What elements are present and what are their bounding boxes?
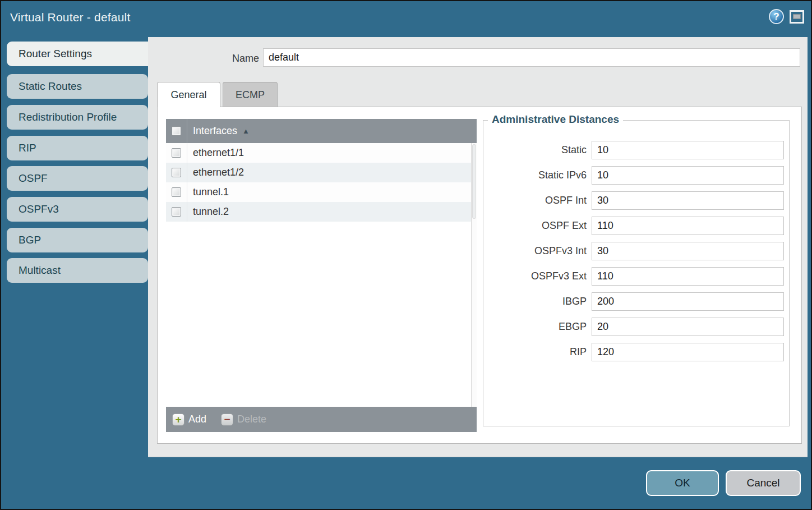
ospfv3-int-label: OSPFv3 Int bbox=[534, 245, 587, 257]
ok-button[interactable]: OK bbox=[646, 470, 719, 496]
static-ipv6-label: Static IPv6 bbox=[538, 169, 587, 181]
sidebar-item-multicast[interactable]: Multicast bbox=[7, 258, 148, 283]
name-input[interactable] bbox=[263, 48, 800, 67]
static-ipv6-input[interactable] bbox=[592, 166, 784, 185]
interface-name: ethernet1/1 bbox=[187, 147, 244, 159]
interfaces-table-toolbar: + Add − Delete bbox=[166, 407, 477, 432]
ospf-ext-input[interactable] bbox=[592, 217, 784, 235]
sidebar-item-router-settings[interactable]: Router Settings bbox=[7, 42, 148, 66]
sidebar-item-ospfv3[interactable]: OSPFv3 bbox=[7, 197, 148, 222]
ospfv3-ext-label: OSPFv3 Ext bbox=[531, 270, 587, 282]
delete-button[interactable]: − Delete bbox=[221, 413, 266, 426]
static-input[interactable] bbox=[592, 141, 784, 159]
row-checkbox[interactable] bbox=[172, 168, 181, 177]
dialog-title: Virtual Router - default bbox=[10, 11, 131, 24]
table-row[interactable]: tunnel.2 bbox=[166, 202, 471, 222]
minus-icon: − bbox=[221, 413, 233, 426]
sidebar-item-ospf[interactable]: OSPF bbox=[7, 166, 148, 191]
row-checkbox[interactable] bbox=[172, 148, 181, 158]
ospfv3-int-input[interactable] bbox=[592, 242, 784, 260]
add-button-label: Add bbox=[188, 413, 206, 425]
interfaces-table: Interfaces ▲ ethernet1/1 ethernet1/2 tun… bbox=[166, 119, 477, 432]
ospf-int-input[interactable] bbox=[592, 191, 784, 210]
select-all-checkbox[interactable] bbox=[172, 126, 181, 136]
general-tab-panel: Interfaces ▲ ethernet1/1 ethernet1/2 tun… bbox=[157, 107, 802, 444]
interface-name: tunnel.2 bbox=[187, 206, 229, 218]
restore-window-icon[interactable] bbox=[790, 10, 804, 24]
dialog-body: Name General ECMP Interfaces ▲ ethernet1… bbox=[148, 37, 808, 457]
add-button[interactable]: + Add bbox=[172, 413, 206, 426]
sidebar-item-static-routes[interactable]: Static Routes bbox=[7, 74, 148, 99]
table-row[interactable]: ethernet1/2 bbox=[166, 163, 471, 182]
sidebar-item-redistribution-profile[interactable]: Redistribution Profile bbox=[7, 105, 148, 130]
static-label: Static bbox=[561, 144, 587, 156]
tab-ecmp[interactable]: ECMP bbox=[223, 82, 278, 107]
administrative-distances-fieldset: Administrative Distances Static Static I… bbox=[483, 120, 790, 426]
interfaces-column-header[interactable]: Interfaces bbox=[187, 125, 237, 137]
virtual-router-dialog: Virtual Router - default ? Router Settin… bbox=[0, 0, 812, 510]
plus-icon: + bbox=[172, 413, 184, 426]
ospf-ext-label: OSPF Ext bbox=[542, 220, 587, 232]
ibgp-label: IBGP bbox=[562, 296, 587, 307]
ospfv3-ext-input[interactable] bbox=[592, 267, 784, 286]
interface-name: tunnel.1 bbox=[187, 186, 229, 198]
row-checkbox[interactable] bbox=[172, 207, 181, 217]
sidebar-item-bgp[interactable]: BGP bbox=[7, 228, 148, 252]
title-bar: Virtual Router - default ? bbox=[1, 1, 811, 37]
ebgp-input[interactable] bbox=[592, 318, 784, 336]
ibgp-input[interactable] bbox=[592, 292, 784, 311]
ospf-int-label: OSPF Int bbox=[545, 195, 587, 206]
table-row[interactable]: tunnel.1 bbox=[166, 182, 471, 202]
administrative-distances-fields: Static Static IPv6 OSPF Int OSPF Ext bbox=[483, 121, 789, 361]
rip-label: RIP bbox=[570, 346, 587, 358]
interfaces-table-header: Interfaces ▲ bbox=[166, 119, 477, 143]
interfaces-rows: ethernet1/1 ethernet1/2 tunnel.1 tunnel.… bbox=[166, 143, 471, 222]
table-scrollbar[interactable] bbox=[471, 143, 477, 407]
administrative-distances-legend: Administrative Distances bbox=[488, 113, 623, 126]
sort-ascending-icon[interactable]: ▲ bbox=[242, 127, 250, 135]
interface-name: ethernet1/2 bbox=[187, 167, 244, 178]
table-scrollbar-thumb[interactable] bbox=[472, 144, 476, 219]
restore-window-icon-inner bbox=[793, 14, 801, 19]
sidebar-item-rip[interactable]: RIP bbox=[7, 136, 148, 160]
ebgp-label: EBGP bbox=[559, 321, 587, 333]
name-label: Name bbox=[201, 53, 259, 65]
delete-button-label: Delete bbox=[237, 413, 266, 425]
row-checkbox[interactable] bbox=[172, 187, 181, 197]
tab-general[interactable]: General bbox=[157, 82, 220, 107]
help-icon[interactable]: ? bbox=[769, 9, 784, 24]
rip-input[interactable] bbox=[592, 343, 784, 361]
cancel-button[interactable]: Cancel bbox=[726, 470, 801, 496]
table-row[interactable]: ethernet1/1 bbox=[166, 143, 471, 163]
